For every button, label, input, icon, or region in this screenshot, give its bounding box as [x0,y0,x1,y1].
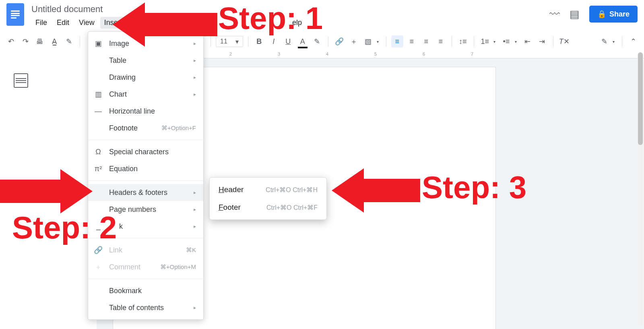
lock-icon: 🔒 [597,10,606,19]
share-button[interactable]: 🔒 Share [589,6,638,23]
bold-button[interactable]: B [253,35,265,48]
font-size-input[interactable]: 11▾ [216,36,243,47]
pi-icon: π² [94,165,103,173]
editing-mode-button[interactable]: ✎▾ [598,35,617,48]
menu-item-horizontal-line[interactable]: —Horizontal line [88,103,203,120]
submenu-item-footer[interactable]: Footer Ctrl+⌘O Ctrl+⌘F [210,199,326,216]
menu-item-special-characters[interactable]: ΩSpecial characters [88,143,203,160]
text-color-button[interactable]: A [297,35,309,48]
insert-comment-button[interactable]: ＋ [348,35,360,48]
scrollbar-thumb[interactable] [638,52,643,145]
menu-file[interactable]: File [31,17,51,29]
headers-footers-submenu: Header Ctrl+⌘O Ctrl+⌘H Footer Ctrl+⌘O Ct… [209,177,327,220]
activity-icon[interactable]: 〰 [549,8,560,21]
highlight-button[interactable]: ✎ [311,35,323,48]
menu-view[interactable]: View [75,17,99,29]
hr-icon: — [94,107,103,116]
share-label: Share [609,10,630,19]
annotation-arrow-step2 [0,169,93,213]
underline-button[interactable]: U [282,35,294,48]
clear-formatting-button[interactable]: T✕ [558,35,570,48]
line-spacing-button[interactable]: ↕≡ [457,35,469,48]
docs-logo-icon[interactable] [6,3,24,26]
numbered-list-button[interactable]: 1≡▾ [479,35,498,48]
print-button[interactable]: 🖶 [34,35,46,48]
undo-button[interactable]: ↶ [5,35,17,48]
menu-item-bookmark[interactable]: Bookmark [88,282,203,299]
insert-menu-dropdown: ▣Image▸ Table▸ Drawing▸ ▥Chart▸ —Horizon… [88,31,204,320]
menu-item-chart[interactable]: ▥Chart▸ [88,86,203,103]
comment-plus-icon: ＋ [94,262,103,272]
menu-item-headers-footers[interactable]: Headers & footers▸ [88,184,203,201]
indent-increase-button[interactable]: ⇥ [536,35,548,48]
align-left-button[interactable]: ≡ [391,35,403,48]
menu-item-toc[interactable]: Table of contents▸ [88,299,203,316]
annotation-arrow-step1 [113,2,217,47]
align-right-button[interactable]: ≡ [420,35,432,48]
chart-icon: ▥ [94,90,103,99]
align-justify-button[interactable]: ≡ [435,35,447,48]
paint-format-button[interactable]: ✎ [63,35,75,48]
image-icon: ▣ [94,39,103,48]
annotation-arrow-step3 [332,168,420,213]
redo-button[interactable]: ↷ [19,35,31,48]
menu-item-drawing[interactable]: Drawing▸ [88,69,203,86]
bulleted-list-button[interactable]: •≡▾ [500,35,519,48]
indent-decrease-button[interactable]: ⇤ [522,35,534,48]
menu-item-footnote[interactable]: Footnote⌘+Option+F [88,120,203,137]
align-center-button[interactable]: ≡ [406,35,418,48]
spellcheck-button[interactable]: A̲ [48,35,60,48]
vertical-scrollbar[interactable] [638,52,643,326]
menu-item-comment[interactable]: ＋Comment⌘+Option+M [88,259,203,275]
insert-image-button[interactable]: ▧▾ [362,35,381,48]
menu-item-equation[interactable]: π²Equation [88,160,203,177]
submenu-item-header[interactable]: Header Ctrl+⌘O Ctrl+⌘H [210,181,326,199]
collapse-toolbar-button[interactable]: ⌃ [627,35,639,48]
menu-item-table[interactable]: Table▸ [88,52,203,69]
comments-icon[interactable]: ▤ [570,8,580,21]
link-icon: 🔗 [94,246,103,255]
annotation-label-step1: Step: 1 [218,0,323,37]
annotation-label-step3: Step: 3 [422,169,526,206]
menu-edit[interactable]: Edit [53,17,73,29]
insert-link-button[interactable]: 🔗 [333,35,345,48]
omega-icon: Ω [94,148,103,156]
annotation-label-step2: Step: 2 [12,209,117,246]
document-outline-button[interactable] [14,73,28,88]
italic-button[interactable]: I [268,35,280,48]
